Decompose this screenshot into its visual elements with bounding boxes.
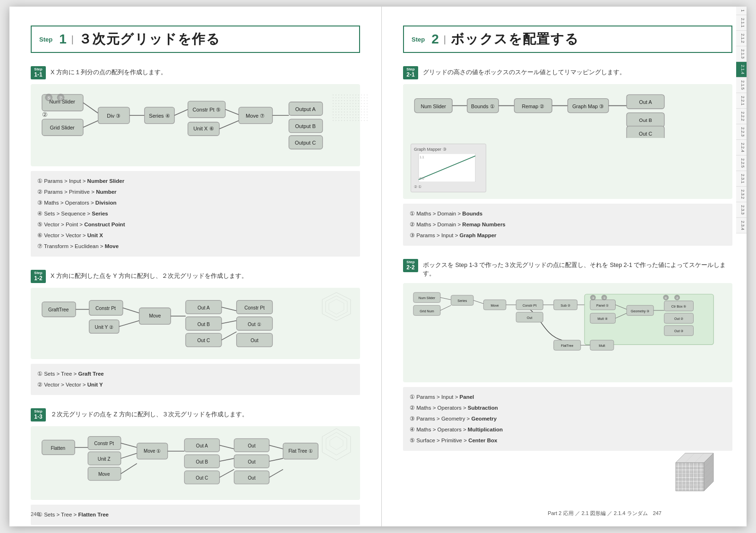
tab-2-3-3[interactable]: 2.3.3 — [736, 202, 747, 218]
substep-2-1-desc: グリッドの高さの値をボックスのスケール値としてリマッピングします。 — [423, 66, 626, 77]
tab-2-3-4[interactable]: 2.3.4 — [736, 218, 747, 233]
svg-line-41 — [123, 308, 139, 313]
svg-text:Output A: Output A — [295, 106, 316, 112]
svg-text:Div ③: Div ③ — [107, 113, 120, 119]
step-badge-2-1: Step 2-1 — [403, 66, 418, 79]
svg-text:Series ④: Series ④ — [149, 113, 170, 119]
svg-line-132 — [473, 301, 483, 304]
svg-text:②: ② — [42, 112, 48, 118]
svg-text:Out ①: Out ① — [248, 322, 261, 327]
tab-2-2-3[interactable]: 2.2.3 — [736, 124, 747, 140]
svg-text:Output B: Output B — [295, 123, 316, 129]
box-3d-svg — [671, 444, 728, 500]
substep-2-2: Step 2-2 ボックスを Step 1-3 で作った３次元グリッドの点に配置… — [403, 259, 732, 451]
svg-text:Num Slider: Num Slider — [419, 296, 436, 300]
diagram-svg-1-1: Num Slider ② Grid Slider Div ③ Series ④ — [38, 91, 352, 158]
tab-2-1-1[interactable]: 2.1.1 — [736, 15, 747, 31]
step1-title: ３次元グリッドを作る — [78, 30, 220, 48]
tab-2-1-5[interactable]: 2.1.5 — [736, 77, 747, 93]
diagram-box-1-2: GraftTree Constr Pt Unit Y ② Move Out A — [31, 288, 360, 359]
svg-text:Mult ④: Mult ④ — [597, 317, 607, 321]
component-list-2-1: ① Maths > Domain > Bounds ② Maths > Doma… — [403, 204, 732, 246]
svg-text:Grid Slider: Grid Slider — [50, 125, 75, 130]
tab-2-1-3[interactable]: 2.1.3 — [736, 46, 747, 62]
box-3d-illustration — [671, 444, 728, 500]
step2-header: Step 2 | ボックスを配置する — [403, 26, 732, 53]
step-badge-2-2: Step 2-2 — [403, 259, 418, 272]
diagram-box-2-2: Num Slider Grid Num Series Move Co — [403, 283, 732, 382]
svg-text:Series: Series — [457, 299, 467, 303]
svg-text:Remap ②: Remap ② — [522, 103, 544, 109]
svg-text:Out B: Out B — [198, 322, 210, 327]
diagram-svg-2-2: Num Slider Grid Num Series Move Co — [411, 290, 725, 374]
step-badge-1-3: Step 1-3 — [31, 408, 46, 421]
svg-text:1.1: 1.1 — [420, 155, 424, 159]
svg-text:①: ① — [603, 296, 606, 300]
svg-text:Out: Out — [250, 338, 258, 344]
diagram-box-1-1: Num Slider ② Grid Slider Div ③ Series ④ — [31, 84, 360, 167]
svg-line-128 — [440, 298, 451, 300]
step2-title: ボックスを配置する — [451, 30, 579, 48]
tab-2-1-4[interactable]: 2.1.4 — [736, 62, 747, 77]
diagram-1-3: Flatten Constr Pt Unit Z Move Move ① — [31, 426, 360, 500]
tab-2-2-1[interactable]: 2.2.1 — [736, 93, 747, 109]
svg-text:Constr Pt: Constr Pt — [244, 305, 265, 310]
substep-1-2-header: Step 1-2 X 方向に配列した点を Y 方向に配列し、２次元グリッドを作成… — [31, 270, 360, 283]
substep-1-2-desc: X 方向に配列した点を Y 方向に配列し、２次元グリッドを作成します。 — [51, 270, 248, 281]
svg-text:Out B: Out B — [639, 117, 652, 123]
step-badge-1-1: Step 1-1 — [31, 66, 46, 79]
right-page: Step 2 | ボックスを配置する Step 2-1 グリッドの高さの値をボッ… — [382, 7, 747, 526]
svg-text:Move ⑦: Move ⑦ — [246, 113, 265, 119]
substep-2-1-header: Step 2-1 グリッドの高さの値をボックスのスケール値としてリマッピングしま… — [403, 66, 732, 79]
svg-line-86 — [220, 458, 234, 461]
diagram-svg-1-3: Flatten Constr Pt Unit Z Move Move ① — [38, 433, 352, 491]
tab-2-2-5[interactable]: 2.2.5 — [736, 155, 747, 171]
svg-line-52 — [222, 307, 237, 311]
tab-strip: 1 2.1.1 2.1.2 2.1.3 2.1.4 2.1.5 2.2.1 2.… — [736, 7, 747, 526]
step1-header: Step 1 | ３次元グリッドを作る — [31, 26, 360, 53]
tab-2-2-2[interactable]: 2.2.2 — [736, 109, 747, 124]
svg-text:④: ④ — [664, 296, 667, 300]
svg-line-54 — [222, 332, 237, 340]
svg-text:③: ③ — [592, 296, 594, 300]
svg-line-96 — [269, 470, 283, 478]
substep-2-2-header: Step 2-2 ボックスを Step 1-3 で作った３次元グリッドの点に配置… — [403, 259, 732, 279]
svg-line-5 — [83, 103, 98, 113]
svg-text:Graph Map ③: Graph Map ③ — [572, 103, 604, 109]
svg-text:Move: Move — [490, 304, 498, 308]
svg-text:Out: Out — [248, 443, 255, 448]
svg-marker-63 — [329, 299, 344, 314]
substep-2-2-desc: ボックスを Step 1-3 で作った３次元グリッドの点に配置し、それを Ste… — [423, 259, 732, 279]
svg-marker-174 — [676, 463, 704, 491]
svg-line-75 — [121, 464, 137, 474]
svg-line-94 — [269, 445, 283, 449]
graph-mapper-box: Graph Mapper ③ 1.1 0.0 ② ① — [411, 144, 486, 192]
svg-text:Out: Out — [248, 459, 255, 464]
diagram-1-1: Num Slider ② Grid Slider Div ③ Series ④ — [31, 84, 360, 167]
tab-2-2-4[interactable]: 2.2.4 — [736, 140, 747, 155]
component-list-2-2: ① Params > Input > Panel ② Maths > Opera… — [403, 387, 732, 451]
svg-marker-61 — [322, 292, 351, 321]
svg-line-95 — [269, 458, 283, 461]
component-list-1-1: ① Params > Input > Number Slider ② Param… — [31, 171, 360, 257]
svg-text:Output C: Output C — [295, 140, 316, 146]
svg-text:Move: Move — [149, 314, 161, 319]
svg-line-74 — [121, 454, 137, 459]
diagram-box-1-3: Flatten Constr Pt Unit Z Move Move ① — [31, 426, 360, 500]
svg-text:Out ③: Out ③ — [674, 329, 683, 333]
hex-pattern-1-2 — [315, 290, 358, 330]
svg-text:Unit Y ②: Unit Y ② — [95, 325, 113, 330]
book-spread: Step 1 | ３次元グリッドを作る Step 1-1 X 方向に１列分の点の… — [9, 7, 747, 526]
substep-1-1: Step 1-1 X 方向に１列分の点の配列を作成します。 Num Slider… — [31, 66, 360, 257]
tab-2-3-2[interactable]: 2.3.2 — [736, 187, 747, 202]
svg-text:Out C: Out C — [196, 475, 208, 481]
svg-text:FlatTree: FlatTree — [561, 344, 573, 348]
substep-1-1-header: Step 1-1 X 方向に１列分の点の配列を作成します。 — [31, 66, 360, 79]
tab-2-1-2[interactable]: 2.1.2 — [736, 31, 747, 46]
svg-text:②: ② — [676, 296, 679, 300]
dot-grid-1-1 — [332, 94, 369, 124]
substep-1-3: Step 1-3 ２次元グリッドの点を Z 方向に配列し、３次元グリッドを作成し… — [31, 408, 360, 525]
tab-1[interactable]: 1 — [736, 7, 747, 15]
svg-text:Out: Out — [248, 475, 255, 481]
tab-2-3-1[interactable]: 2.3.1 — [736, 171, 747, 187]
